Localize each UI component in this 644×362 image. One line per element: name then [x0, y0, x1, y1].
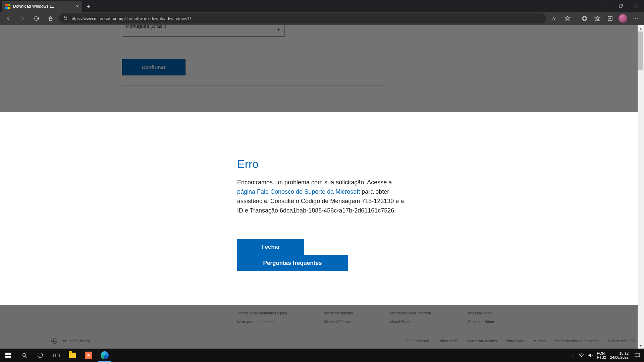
svg-marker-9 [565, 16, 570, 20]
scroll-thumb[interactable] [638, 32, 643, 70]
svg-marker-10 [595, 16, 600, 20]
volume-icon[interactable] [587, 349, 595, 362]
back-button[interactable] [3, 13, 14, 24]
scroll-down-button[interactable]: ▼ [638, 343, 644, 349]
edge-button[interactable] [97, 349, 113, 362]
browser-toolbar: https://www.microsoft.com/pt-br/software… [0, 12, 644, 25]
add-favorite-button[interactable] [562, 13, 573, 24]
svg-marker-21 [589, 354, 591, 357]
profile-button[interactable] [617, 13, 629, 24]
lang-code: POR [597, 351, 605, 355]
contact-support-link[interactable]: página Fale Conosco do Suporte da Micros… [237, 188, 360, 195]
svg-line-16 [25, 356, 26, 358]
search-button[interactable] [16, 349, 32, 362]
faq-button[interactable]: Perguntas frequentes [237, 255, 348, 271]
read-aloud-button[interactable]: A⁹ [549, 13, 560, 24]
tab-title: Download Windows 11 [13, 4, 54, 9]
window-close-button[interactable] [629, 0, 644, 12]
page-viewport: Português (Brasil) ▾ Confirmar Erro Enco… [0, 25, 644, 349]
browser-tab[interactable]: Download Windows 11 × [2, 1, 82, 12]
play-icon [85, 352, 92, 359]
window-maximize-button[interactable] [613, 0, 629, 12]
separator [576, 15, 576, 22]
forward-button [17, 13, 28, 24]
tab-close-button[interactable]: × [76, 4, 79, 9]
time-text: 18:12 [619, 351, 629, 355]
edge-icon [101, 351, 109, 359]
svg-rect-6 [49, 18, 52, 20]
video-app-button[interactable] [80, 349, 97, 362]
task-view-button[interactable] [48, 349, 64, 362]
date-text: 24/08/2022 [610, 355, 629, 359]
svg-point-17 [38, 353, 43, 358]
address-bar[interactable]: https://www.microsoft.com/pt-br/software… [59, 13, 546, 23]
taskbar: POR PTB2 18:12 24/08/2022 [0, 349, 644, 362]
tray-expand-button[interactable] [568, 349, 576, 362]
window-minimize-button[interactable] [598, 0, 613, 12]
svg-rect-18 [53, 354, 56, 357]
wifi-icon[interactable] [578, 349, 585, 362]
svg-rect-7 [64, 18, 67, 20]
svg-rect-22 [635, 353, 640, 357]
error-dialog: Erro Encontramos um problema com sua sol… [237, 158, 408, 271]
kb-layout: PTB2 [597, 355, 606, 359]
clock[interactable]: 18:12 24/08/2022 [610, 351, 629, 359]
scrollbar[interactable]: ▲ ▼ [638, 25, 644, 349]
favorites-button[interactable] [592, 13, 603, 24]
url-text: https://www.microsoft.com/pt-br/software… [70, 16, 192, 21]
home-button[interactable] [45, 13, 56, 24]
new-tab-button[interactable]: + [84, 2, 94, 12]
window-titlebar: Download Windows 11 × + [0, 0, 644, 12]
notifications-button[interactable] [633, 349, 642, 362]
start-button[interactable] [0, 349, 16, 362]
svg-text:A⁹: A⁹ [552, 16, 556, 20]
lock-icon [63, 16, 68, 21]
collections-button[interactable] [604, 13, 616, 24]
svg-rect-1 [619, 5, 622, 8]
svg-rect-19 [57, 354, 59, 357]
language-indicator[interactable]: POR PTB2 [597, 351, 606, 359]
svg-point-15 [22, 353, 25, 357]
extensions-button[interactable] [579, 13, 590, 24]
refresh-button[interactable] [31, 13, 42, 24]
error-text: Encontramos um problema com sua solicita… [237, 178, 408, 216]
modal-backdrop: Erro Encontramos um problema com sua sol… [0, 112, 638, 305]
svg-rect-2 [620, 4, 623, 7]
file-explorer-button[interactable] [64, 349, 80, 362]
folder-icon [69, 353, 76, 358]
close-button[interactable]: Fechar [237, 239, 304, 255]
avatar [619, 14, 627, 23]
svg-point-20 [581, 356, 582, 357]
error-title: Erro [237, 158, 408, 171]
scroll-up-button[interactable]: ▲ [638, 25, 644, 31]
microsoft-favicon [5, 4, 10, 9]
menu-button[interactable]: ⋯ [630, 13, 641, 24]
windows-icon [5, 353, 11, 358]
cortana-button[interactable] [32, 349, 48, 362]
